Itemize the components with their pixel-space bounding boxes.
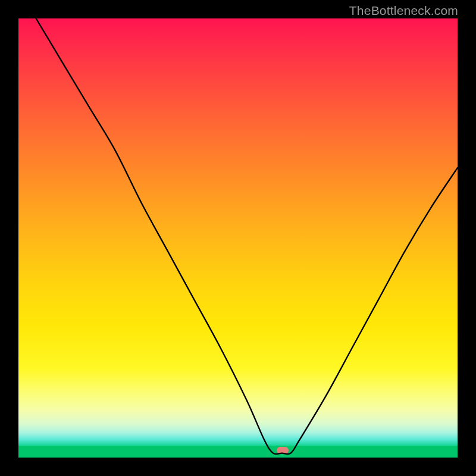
plot-area bbox=[18, 18, 458, 458]
chart-frame: TheBottleneck.com bbox=[0, 0, 476, 476]
bottleneck-curve bbox=[18, 18, 458, 458]
watermark-text: TheBottleneck.com bbox=[349, 4, 458, 18]
